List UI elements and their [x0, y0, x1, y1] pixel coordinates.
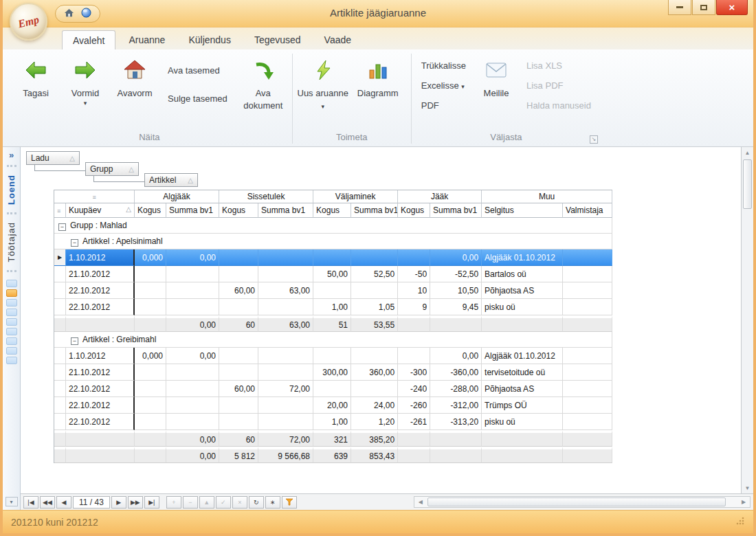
new-report-button[interactable]: Uus aruanne ▾ — [297, 54, 349, 111]
collapse-icon[interactable]: − — [71, 337, 78, 345]
column-header-3[interactable]: Summa bv1 — [166, 203, 219, 218]
grid-cell[interactable] — [563, 249, 612, 266]
band-Muu[interactable]: Muu — [482, 190, 612, 203]
email-button[interactable]: Meilile — [471, 54, 521, 100]
grid-cell[interactable] — [135, 381, 166, 397]
group-field-grupp[interactable]: Grupp △ — [85, 162, 139, 176]
nav-prev-button[interactable]: ◀ — [56, 496, 71, 509]
forms-button[interactable]: Vormid ▾ — [60, 54, 110, 107]
excel-button[interactable]: Excelisse ▾ — [421, 80, 466, 91]
grid-cell[interactable]: -313,20 — [430, 414, 482, 430]
grid-cell[interactable] — [563, 266, 612, 282]
grid-cell[interactable] — [258, 266, 313, 282]
sidebar-tab-loend[interactable]: Loend — [6, 175, 16, 205]
grid-cell[interactable]: 1,00 — [313, 414, 351, 430]
grid-cell[interactable] — [166, 397, 219, 414]
grid-cell[interactable]: 0,00 — [166, 249, 219, 266]
nav-cancel-edit-button[interactable]: × — [232, 496, 247, 509]
grid-cell[interactable]: 22.10.2012 — [66, 381, 135, 397]
grid-cell[interactable]: 1,00 — [313, 299, 351, 315]
grid-cell[interactable]: 300,00 — [313, 364, 351, 381]
group-row[interactable]: −Artikkel : Greibimahl — [54, 332, 612, 348]
grid-cell[interactable]: -240 — [398, 381, 430, 397]
tab-vaade[interactable]: Vaade — [314, 30, 362, 49]
grid-cell[interactable]: 1.10.2012 — [66, 249, 135, 266]
application-menu-button[interactable]: Emp — [10, 3, 47, 41]
scroll-up-icon[interactable]: ▲ — [745, 147, 751, 158]
vertical-scroll-track[interactable] — [742, 158, 753, 482]
data-row[interactable]: ▶1.10.20120,0000,000,00Algjääk 01.10.201… — [54, 249, 612, 266]
open-levels-button[interactable]: Ava tasemed — [164, 63, 232, 78]
grid-cell[interactable] — [258, 364, 313, 381]
grid-cell[interactable]: Algjääk 01.10.2012 — [482, 348, 563, 364]
grid-cell[interactable]: 52,50 — [351, 266, 398, 282]
grid-cell[interactable]: tervisetoitude oü — [482, 364, 563, 381]
add-pdf-button[interactable]: Lisa PDF — [526, 80, 591, 91]
nav-delete-button[interactable]: − — [183, 496, 198, 509]
grid-cell[interactable] — [219, 397, 258, 414]
column-header-7[interactable]: Summa bv1 — [351, 203, 398, 218]
data-row[interactable]: 22.10.201260,0072,00-240-288,00Põhjaotsa… — [54, 381, 612, 397]
grid-cell[interactable] — [258, 299, 313, 315]
grid-cell[interactable]: 0,000 — [135, 249, 166, 266]
grid-cell[interactable] — [313, 249, 351, 266]
grid-cell[interactable] — [219, 414, 258, 430]
grid-cell[interactable] — [398, 348, 430, 364]
grid-cell[interactable]: Trümps OÜ — [482, 397, 563, 414]
grid-cell[interactable] — [563, 348, 612, 364]
grid-cell[interactable]: 10,50 — [430, 282, 482, 299]
grid-cell[interactable] — [219, 364, 258, 381]
grid-cell[interactable]: 21.10.2012 — [66, 266, 135, 282]
column-header-4[interactable]: Kogus — [219, 203, 258, 218]
grid-cell[interactable] — [219, 266, 258, 282]
grid-cell[interactable] — [219, 348, 258, 364]
grid-cell[interactable] — [166, 266, 219, 282]
band-Sissetulek[interactable]: Sissetulek — [219, 190, 313, 203]
maximize-button[interactable] — [692, 0, 715, 15]
grid-cell[interactable] — [135, 282, 166, 299]
grid-cell[interactable]: 22.10.2012 — [66, 282, 135, 299]
nav-last-button[interactable]: ▶| — [144, 496, 159, 509]
grid-cell[interactable]: 360,00 — [351, 364, 398, 381]
grid-cell[interactable]: 10 — [398, 282, 430, 299]
minimize-button[interactable] — [668, 0, 691, 15]
scroll-down-icon[interactable]: ▼ — [745, 482, 751, 493]
grid-cell[interactable] — [398, 249, 430, 266]
grid-cell[interactable]: 0,00 — [430, 249, 482, 266]
horizontal-scroll-thumb[interactable] — [427, 498, 726, 506]
grid-cell[interactable]: 22.10.2012 — [66, 397, 135, 414]
grid-cell[interactable]: -288,00 — [430, 381, 482, 397]
grid-cell[interactable] — [258, 397, 313, 414]
grid-cell[interactable] — [563, 364, 612, 381]
print-button[interactable]: Trükkalisse — [421, 60, 466, 71]
nav-next-button[interactable]: ▶ — [111, 496, 126, 509]
grid-cell[interactable]: 24,00 — [351, 397, 398, 414]
pdf-button[interactable]: PDF — [421, 100, 466, 111]
group-row[interactable]: −Grupp : Mahlad — [54, 218, 612, 234]
grid-cell[interactable]: pisku oü — [482, 414, 563, 430]
grid-cell[interactable]: 0,00 — [430, 348, 482, 364]
open-form-button[interactable]: Avavorm — [110, 54, 159, 100]
open-document-button[interactable]: Ava dokument — [238, 54, 288, 111]
band-Jääk[interactable]: Jääk — [398, 190, 482, 203]
grid-cell[interactable]: Algjääk 01.10.2012 — [482, 249, 563, 266]
strip-more-button[interactable]: ▾ — [5, 497, 18, 506]
grid-cell[interactable] — [135, 364, 166, 381]
grid-cell[interactable] — [351, 348, 398, 364]
grid-cell[interactable] — [135, 266, 166, 282]
grid-cell[interactable] — [313, 282, 351, 299]
nav-append-button[interactable]: + — [166, 496, 181, 509]
nav-filter-button[interactable] — [282, 496, 297, 509]
grid-cell[interactable] — [563, 414, 612, 430]
grid-cell[interactable] — [563, 282, 612, 299]
tab-avaleht[interactable]: Avaleht — [62, 30, 115, 50]
grid-cell[interactable]: 20,00 — [313, 397, 351, 414]
close-levels-button[interactable]: Sulge tasemed — [164, 91, 232, 106]
grid-cell[interactable] — [166, 282, 219, 299]
record-position[interactable]: 11 / 43 — [73, 496, 110, 509]
collapse-icon[interactable]: − — [71, 239, 78, 247]
grid-cell[interactable]: 63,00 — [258, 282, 313, 299]
grid-cell[interactable]: -261 — [398, 414, 430, 430]
grid-cell[interactable] — [351, 381, 398, 397]
grid-cell[interactable] — [351, 249, 398, 266]
